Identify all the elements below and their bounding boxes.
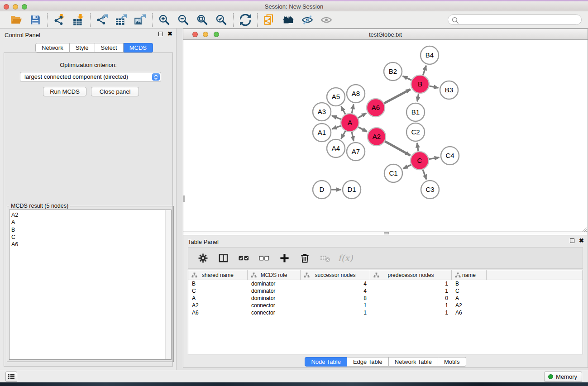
- table-row[interactable]: A6connector11A6: [188, 309, 583, 316]
- hide-panels-eye-icon[interactable]: [301, 14, 314, 26]
- zoom-fit-icon[interactable]: [196, 14, 209, 26]
- mcds-result-item[interactable]: A6: [10, 241, 165, 248]
- edge-B-B2[interactable]: [403, 76, 411, 80]
- select-all-columns-icon[interactable]: [237, 252, 250, 264]
- node-D1[interactable]: D1: [343, 181, 361, 199]
- refresh-icon[interactable]: [239, 14, 252, 26]
- network-frame-titlebar[interactable]: testGlobe.txt: [183, 29, 588, 40]
- node-C4[interactable]: C4: [441, 147, 459, 165]
- canvas-hscroll-thumb[interactable]: [384, 232, 389, 234]
- table-row[interactable]: Adominator80A: [188, 295, 583, 302]
- close-panel-button[interactable]: Close panel: [91, 87, 139, 96]
- node-B4[interactable]: B4: [421, 46, 439, 64]
- tab-network[interactable]: Network: [35, 43, 70, 52]
- edge-A-A6[interactable]: [358, 113, 366, 118]
- node-B2[interactable]: B2: [384, 62, 402, 81]
- node-table[interactable]: shared nameMCDS rolesuccessor nodesprede…: [188, 270, 583, 354]
- edge-C-C1[interactable]: [403, 165, 411, 169]
- close-panel-icon[interactable]: ✖: [167, 31, 172, 37]
- task-history-button[interactable]: [5, 372, 17, 382]
- resize-grip-icon[interactable]: [581, 226, 587, 234]
- tab-node-table[interactable]: Node Table: [305, 357, 347, 367]
- edge-A-A2[interactable]: [359, 127, 367, 132]
- node-A[interactable]: A: [341, 114, 359, 132]
- node-A4[interactable]: A4: [327, 139, 345, 157]
- clone-network-icon[interactable]: [263, 14, 276, 26]
- mcds-result-item[interactable]: B: [10, 226, 165, 234]
- node-D[interactable]: D: [313, 181, 331, 199]
- export-table-icon[interactable]: [115, 14, 128, 26]
- node-B1[interactable]: B1: [406, 103, 425, 121]
- edge-A-A8[interactable]: [352, 105, 354, 114]
- tab-select[interactable]: Select: [95, 43, 124, 52]
- window-titlebar[interactable]: Session: New Session: [0, 1, 588, 11]
- edge-C-C2[interactable]: [417, 143, 418, 151]
- import-network-icon[interactable]: [53, 14, 66, 26]
- node-B3[interactable]: B3: [440, 81, 458, 99]
- optimization-criterion-select[interactable]: largest connected component (directed): [20, 72, 161, 82]
- node-C[interactable]: C: [411, 152, 429, 170]
- node-C1[interactable]: C1: [384, 164, 402, 182]
- edge-A-A1[interactable]: [332, 126, 341, 129]
- show-column-icon[interactable]: [217, 252, 229, 264]
- tab-style[interactable]: Style: [70, 43, 95, 52]
- unselect-all-columns-icon[interactable]: [258, 252, 270, 264]
- result-list-scrollbar[interactable]: [165, 210, 171, 359]
- memory-button[interactable]: Memory: [544, 372, 582, 382]
- node-A6[interactable]: A6: [367, 99, 385, 117]
- canvas-vertical-scrollbar[interactable]: [183, 195, 185, 202]
- column-header-predecessor-nodes[interactable]: predecessor nodes: [370, 270, 452, 280]
- node-A8[interactable]: A8: [347, 85, 365, 103]
- edge-A-A3[interactable]: [332, 116, 341, 119]
- create-column-icon[interactable]: [278, 252, 291, 264]
- export-network-icon[interactable]: [96, 14, 109, 26]
- node-C2[interactable]: C2: [406, 123, 425, 141]
- mcds-result-item[interactable]: C: [10, 234, 165, 241]
- save-session-icon[interactable]: [29, 14, 42, 26]
- node-A3[interactable]: A3: [313, 103, 331, 121]
- table-options-gear-icon[interactable]: [196, 252, 209, 264]
- node-A2[interactable]: A2: [368, 128, 386, 146]
- table-row[interactable]: A2connector11A2: [188, 302, 583, 309]
- edge-B-B1[interactable]: [417, 94, 419, 102]
- zoom-in-icon[interactable]: [158, 14, 171, 26]
- run-mcds-button[interactable]: Run MCDS: [43, 87, 86, 96]
- network-canvas[interactable]: B4B2BB3A8A5A6A3B1AC2A1A2A4A7C4CC1C3DD1: [183, 40, 588, 235]
- tab-network-table[interactable]: Network Table: [389, 357, 438, 367]
- import-table-icon[interactable]: [72, 14, 85, 26]
- tab-edge-table[interactable]: Edge Table: [347, 357, 389, 367]
- canvas-horizontal-scrollbar[interactable]: [183, 231, 588, 235]
- mcds-result-item[interactable]: A2: [10, 211, 165, 219]
- table-close-panel-icon[interactable]: ✖: [579, 238, 584, 243]
- edge-A-A4[interactable]: [341, 131, 346, 139]
- column-header-successor-nodes[interactable]: successor nodes: [301, 270, 370, 280]
- welcome-screen-icon[interactable]: [282, 14, 295, 26]
- column-header-shared-name[interactable]: shared name: [188, 270, 248, 280]
- table-row[interactable]: Cdominator41C: [188, 287, 583, 295]
- table-float-panel-icon[interactable]: [570, 238, 574, 243]
- search-input[interactable]: [448, 14, 582, 25]
- edge-A2-C[interactable]: [385, 141, 410, 155]
- column-header-MCDS-role[interactable]: MCDS role: [248, 270, 301, 280]
- zoom-selected-icon[interactable]: [215, 14, 228, 26]
- node-A7[interactable]: A7: [347, 143, 365, 161]
- edge-A-A7[interactable]: [352, 132, 354, 141]
- mcds-result-list[interactable]: A2ABCA6: [9, 210, 172, 360]
- network-graph[interactable]: B4B2BB3A8A5A6A3B1AC2A1A2A4A7C4CC1C3DD1: [183, 40, 588, 235]
- node-A5[interactable]: A5: [327, 88, 345, 106]
- tab-mcds[interactable]: MCDS: [124, 43, 153, 52]
- delete-column-icon[interactable]: [298, 252, 311, 264]
- mcds-result-item[interactable]: A: [10, 219, 165, 226]
- node-B[interactable]: B: [411, 75, 429, 93]
- node-C3[interactable]: C3: [421, 181, 439, 199]
- edge-A6-B[interactable]: [384, 89, 411, 103]
- edge-C-C4[interactable]: [429, 157, 440, 159]
- edge-B-B4[interactable]: [423, 66, 426, 75]
- tab-motifs[interactable]: Motifs: [438, 357, 466, 367]
- table-row[interactable]: Bdominator41B: [188, 280, 583, 287]
- open-file-icon[interactable]: [10, 14, 23, 26]
- column-header-name[interactable]: name: [452, 270, 487, 280]
- float-panel-icon[interactable]: [158, 32, 163, 36]
- edge-B-B3[interactable]: [430, 86, 439, 88]
- edge-A-A5[interactable]: [341, 106, 346, 114]
